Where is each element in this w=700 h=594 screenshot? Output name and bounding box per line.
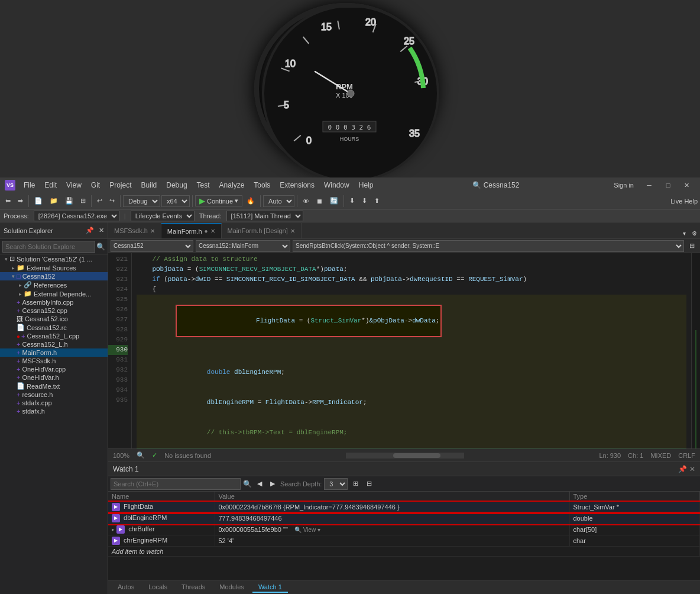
search-depth-select[interactable]: 3 <box>324 478 348 490</box>
search-back-button[interactable]: ◀ <box>254 478 265 489</box>
window-controls[interactable]: Sign in ─ □ ✕ <box>614 179 695 191</box>
watch-close-icon[interactable]: ✕ <box>689 465 695 473</box>
tab-watch1[interactable]: Watch 1 <box>252 582 288 593</box>
tab-mainform-design[interactable]: MainForm.h [Design] ✕ <box>222 223 302 238</box>
editor-pin-button[interactable]: ▾ <box>680 228 689 238</box>
tab-msfssdk[interactable]: MSFSsdk.h ✕ <box>108 223 161 238</box>
watch-row-dblenginerpm[interactable]: ▶ dblEngineRPM 777.94839468497446 double <box>108 513 700 524</box>
sidebar-search-icon[interactable]: 🔍 <box>96 243 105 251</box>
sidebar-item-readme[interactable]: 📄 ReadMe.txt <box>0 382 108 390</box>
live-help-label[interactable]: Live Help <box>670 198 698 205</box>
menu-window[interactable]: Window <box>319 180 354 191</box>
method-nav-select[interactable]: SendRptsBtnClick(System::Object ^ sender… <box>293 240 684 252</box>
minimize-button[interactable]: ─ <box>641 179 657 191</box>
signin-label[interactable]: Sign in <box>614 182 634 189</box>
sidebar-item-mainform-h[interactable]: + MainForm.h <box>0 348 108 357</box>
tab-close-design-icon[interactable]: ✕ <box>290 228 295 234</box>
toolbar-step-out[interactable]: ⬆ <box>371 195 383 206</box>
watch-pin-icon[interactable]: 📌 <box>678 465 687 473</box>
tab-threads[interactable]: Threads <box>176 582 211 593</box>
sidebar-item-stdafx-h[interactable]: + stdafx.h <box>0 407 108 415</box>
watch-add-row[interactable]: Add item to watch <box>108 547 700 557</box>
tab-autos[interactable]: Autos <box>112 582 140 593</box>
sidebar-item-ext-dep[interactable]: ▸ 📁 External Depende... <box>0 289 108 298</box>
menu-debug[interactable]: Debug <box>161 180 192 191</box>
toolbar-open[interactable]: 📁 <box>47 195 61 206</box>
sidebar-item-msfssdk[interactable]: + MSFSsdk.h <box>0 357 108 365</box>
menu-git[interactable]: Git <box>86 180 105 191</box>
sidebar-item-cessna152-l-cpp[interactable]: ● + Cessna152_L.cpp <box>0 332 108 340</box>
code-content[interactable]: // Assign data to structure pObjData = (… <box>132 253 691 448</box>
search-forward-button[interactable]: ▶ <box>267 478 278 489</box>
menu-build[interactable]: Build <box>137 180 162 191</box>
add-watch-label[interactable]: Add item to watch <box>108 547 700 557</box>
toolbar-step-over[interactable]: ⬇ <box>346 195 358 206</box>
toolbar-restart[interactable]: 🔄 <box>327 195 341 206</box>
close-button[interactable]: ✕ <box>679 179 695 191</box>
watch-expand-button[interactable]: ⊟ <box>364 478 375 489</box>
sidebar-item-cessna152-l-h[interactable]: + Cessna152_L.h <box>0 340 108 348</box>
sidebar-item-cessna152-cpp[interactable]: + Cessna152.cpp <box>0 306 108 315</box>
platform-select[interactable]: x64 <box>161 195 190 207</box>
menu-extensions[interactable]: Extensions <box>275 180 319 191</box>
menu-test[interactable]: Test <box>192 180 215 191</box>
vs-menubar[interactable]: File Edit View Git Project Build Debug T… <box>19 180 378 191</box>
menu-file[interactable]: File <box>19 180 40 191</box>
sidebar-item-cessna152-ico[interactable]: 🖼 Cessna152.ico <box>0 315 108 323</box>
tab-close-icon[interactable]: ✕ <box>150 228 155 234</box>
sidebar-item-cessna152-rc[interactable]: 📄 Cessna152.rc <box>0 323 108 332</box>
toolbar-undo[interactable]: ↩ <box>94 195 105 206</box>
lifecycle-select[interactable]: Lifecycle Events <box>131 211 195 221</box>
view-button[interactable]: 🔍 View ▾ <box>294 527 320 533</box>
toolbar-stop[interactable]: ⏹ <box>313 196 326 206</box>
debug-config-select[interactable]: Debug <box>123 195 160 207</box>
menu-project[interactable]: Project <box>105 180 136 191</box>
search-icon[interactable]: 🔍 <box>243 480 252 488</box>
sidebar-pin-icon[interactable]: 📌 <box>86 227 94 234</box>
menu-view[interactable]: View <box>61 180 86 191</box>
sidebar-search-input[interactable] <box>2 241 95 253</box>
sidebar-item-stdafx-cpp[interactable]: + stdafx.cpp <box>0 399 108 407</box>
sidebar-item-resource[interactable]: + resource.h <box>0 390 108 399</box>
toolbar-watch[interactable]: 👁 <box>300 196 312 206</box>
sidebar-item-onehidvar-cpp[interactable]: + OneHidVar.cpp <box>0 365 108 373</box>
continue-dropdown[interactable]: ▾ <box>235 197 238 205</box>
sidebar-item-external-sources[interactable]: ▸ 📁 External Sources <box>0 263 108 272</box>
tab-close-active-icon[interactable]: ✕ <box>210 228 215 234</box>
menu-help[interactable]: Help <box>354 180 378 191</box>
menu-analyze[interactable]: Analyze <box>215 180 249 191</box>
thread-select[interactable]: [15112] Main Thread <box>226 211 303 221</box>
maximize-button[interactable]: □ <box>660 179 676 191</box>
tab-locals[interactable]: Locals <box>142 582 173 593</box>
member-nav-select[interactable]: Cessna152::MainForm <box>196 240 290 252</box>
nav-expand-button[interactable]: ⊞ <box>686 240 698 251</box>
auto-select[interactable]: Auto <box>263 195 294 207</box>
horizontal-scrollbar[interactable] <box>346 453 464 459</box>
watch-search-input[interactable] <box>111 478 241 490</box>
watch-controls[interactable]: 📌 ✕ <box>678 465 695 473</box>
zoom-level[interactable]: 100% <box>113 452 129 459</box>
toolbar-fire[interactable]: 🔥 <box>244 195 258 206</box>
toolbar-redo[interactable]: ↪ <box>106 195 118 206</box>
sidebar-item-assemblyinfo[interactable]: + AssemblyInfo.cpp <box>0 298 108 306</box>
process-select[interactable]: [28264] Cessna152.exe <box>34 211 119 221</box>
menu-tools[interactable]: Tools <box>249 180 275 191</box>
tab-modules[interactable]: Modules <box>213 582 250 593</box>
sidebar-item-cessna152[interactable]: ▾ □ Cessna152 <box>0 272 108 280</box>
sidebar-item-references[interactable]: ▸ 🔗 References <box>0 280 108 289</box>
toolbar-step-into[interactable]: ⬇ <box>359 195 370 206</box>
toolbar-back[interactable]: ⬅ <box>2 195 14 206</box>
toolbar-save-all[interactable]: ⊞ <box>77 195 89 206</box>
watch-row-chrenginerpm[interactable]: ▶ chrEngineRPM 52 '4' char <box>108 535 700 547</box>
sidebar-close-icon[interactable]: ✕ <box>99 227 104 234</box>
editor-settings-button[interactable]: ⚙ <box>689 228 700 238</box>
continue-button[interactable]: ▶ Continue ▾ <box>195 195 242 206</box>
tab-mainform[interactable]: MainForm.h ● ✕ <box>161 223 222 238</box>
watch-row-chrbuffer[interactable]: ▸ ▶ chrBuffer 0x00000055a15fe9b0 "" 🔍 Vi… <box>108 524 700 535</box>
sidebar-item-onehidvar-h[interactable]: + OneHidVar.h <box>0 373 108 382</box>
class-nav-select[interactable]: Cessna152 <box>111 240 193 252</box>
zoom-icon[interactable]: 🔍 <box>137 451 145 459</box>
watch-options-button[interactable]: ⊞ <box>350 478 361 489</box>
watch-row-flightdata[interactable]: ▶ FlightData 0x00002234d7b867f8 {RPM_Ind… <box>108 502 700 513</box>
sidebar-item-solution[interactable]: ▾ ⊡ Solution 'Cessna152' (1 ... <box>0 254 108 263</box>
